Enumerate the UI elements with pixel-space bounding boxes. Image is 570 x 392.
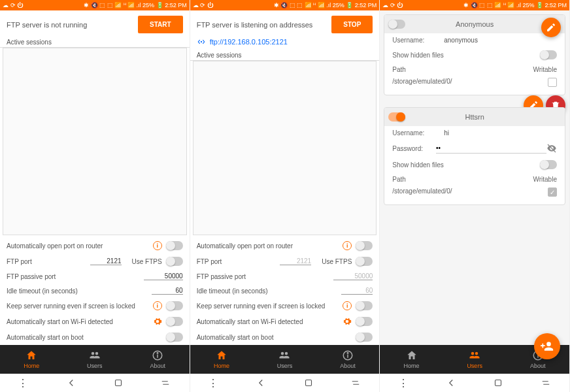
toggle-auto-boot[interactable] bbox=[166, 333, 183, 342]
home-icon bbox=[25, 350, 37, 361]
sys-recent[interactable] bbox=[159, 377, 171, 389]
add-user-button[interactable] bbox=[534, 333, 560, 359]
screen-home-stopped: ☁ ⟳ ⏻ ✱ 🔇 ⬚ ⬚ 📶 ᴴ 📶 .ıl 25% 🔋 2:52 PM FT… bbox=[0, 0, 190, 392]
nav-users[interactable]: Users bbox=[253, 345, 316, 374]
toggle-auto-port[interactable] bbox=[356, 241, 373, 250]
status-right: ✱ 🔇 ⬚ ⬚ 📶 ᴴ 📶 .ıl 25% 🔋 2:52 PM bbox=[274, 2, 377, 8]
setting-auto-wifi: Automatically start on Wi-Fi detected bbox=[190, 314, 380, 329]
active-sessions-label: Active sessions bbox=[0, 37, 190, 48]
toggle-auto-wifi[interactable] bbox=[356, 317, 373, 326]
password-input[interactable] bbox=[436, 143, 546, 154]
pencil-icon bbox=[546, 22, 556, 33]
info-icon[interactable] bbox=[153, 301, 162, 310]
nav-users[interactable]: Users bbox=[443, 345, 507, 374]
ftp-port-input[interactable] bbox=[280, 257, 311, 265]
ftp-port-input[interactable] bbox=[90, 257, 122, 265]
row-path: /storage/emulated/0/ bbox=[384, 76, 565, 91]
bottom-nav: Home Users About bbox=[190, 345, 380, 374]
users-icon bbox=[89, 350, 101, 361]
setting-idle-timeout: Idle timeout (in seconds) bbox=[0, 284, 190, 298]
toggle-auto-boot[interactable] bbox=[356, 333, 373, 342]
system-nav: ⋮ bbox=[380, 374, 569, 392]
nav-users[interactable]: Users bbox=[63, 345, 127, 374]
user-title: Httsrn bbox=[384, 113, 565, 121]
status-bar: ☁ ⟳ ⏻ ✱ 🔇 ⬚ ⬚ 📶 ᴴ 📶 .ıl 25% 🔋 2:52 PM bbox=[380, 0, 569, 10]
sys-overview[interactable]: ⋮ bbox=[18, 377, 29, 389]
path-value: /storage/emulated/0/ bbox=[392, 188, 452, 197]
server-address-row[interactable]: ftp://192.168.0.105:2121 bbox=[190, 37, 380, 50]
checkbox-writable[interactable] bbox=[548, 78, 557, 87]
idle-timeout-input[interactable] bbox=[152, 287, 183, 295]
row-path-header: Path Writable bbox=[384, 172, 565, 186]
info-icon[interactable] bbox=[153, 241, 162, 250]
checkbox-writable[interactable] bbox=[548, 188, 557, 197]
system-nav: ⋮ bbox=[0, 374, 190, 392]
nav-home[interactable]: Home bbox=[0, 345, 63, 374]
active-sessions-list bbox=[3, 48, 187, 235]
start-button[interactable]: START bbox=[138, 16, 183, 33]
nav-about[interactable]: About bbox=[126, 345, 190, 374]
settings-panel: Automatically open port on router FTP po… bbox=[190, 238, 380, 345]
toggle-auto-wifi[interactable] bbox=[166, 317, 183, 326]
edit-user-button[interactable] bbox=[541, 18, 561, 37]
toggle-ftps[interactable] bbox=[356, 257, 373, 266]
passive-port-input[interactable] bbox=[333, 272, 373, 280]
sys-back[interactable] bbox=[445, 377, 457, 389]
sys-home[interactable] bbox=[112, 377, 124, 389]
eye-off-icon[interactable] bbox=[546, 143, 557, 154]
sys-recent[interactable] bbox=[350, 377, 361, 389]
row-username: Username: anonymous bbox=[384, 33, 565, 47]
gear-icon[interactable] bbox=[343, 317, 352, 326]
svg-rect-3 bbox=[116, 380, 122, 386]
active-sessions-label: Active sessions bbox=[190, 50, 380, 61]
info-icon bbox=[342, 350, 354, 361]
info-icon[interactable] bbox=[343, 241, 352, 250]
info-icon[interactable] bbox=[343, 301, 352, 310]
toggle-hidden-files[interactable] bbox=[540, 160, 557, 169]
status-bar: ☁ ⟳ ⏻ ✱ 🔇 ⬚ ⬚ 📶 ᴴ 📶 .ıl 25% 🔋 2:52 PM bbox=[190, 0, 380, 10]
toggle-keep-running[interactable] bbox=[356, 301, 373, 310]
users-list: Anonymous Username: anonymous Show hidde… bbox=[380, 10, 569, 345]
nav-home[interactable]: Home bbox=[380, 345, 443, 374]
info-icon bbox=[152, 350, 163, 361]
sys-recent[interactable] bbox=[540, 377, 552, 389]
toggle-hidden-files[interactable] bbox=[540, 50, 557, 59]
svg-point-7 bbox=[347, 353, 348, 354]
toggle-auto-port[interactable] bbox=[166, 241, 183, 250]
home-icon bbox=[216, 350, 227, 361]
settings-panel: Automatically open port on router FTP po… bbox=[0, 238, 190, 345]
sys-back[interactable] bbox=[65, 377, 77, 389]
sys-back[interactable] bbox=[255, 377, 267, 389]
sys-overview[interactable]: ⋮ bbox=[208, 377, 220, 389]
setting-auto-boot: Automatically start on boot bbox=[0, 329, 190, 345]
status-bar: ☁ ⟳ ⏻ ✱ 🔇 ⬚ ⬚ 📶 ᴴ 📶 .ıl 25% 🔋 2:52 PM bbox=[0, 0, 190, 10]
gear-icon[interactable] bbox=[153, 317, 162, 326]
setting-passive-port: FTP passive port bbox=[0, 269, 190, 284]
setting-ftp-port: FTP port Use FTPS bbox=[0, 253, 190, 269]
system-nav: ⋮ bbox=[190, 374, 380, 392]
toggle-keep-running[interactable] bbox=[166, 301, 183, 310]
screen-home-running: ☁ ⟳ ⏻ ✱ 🔇 ⬚ ⬚ 📶 ᴴ 📶 .ıl 25% 🔋 2:52 PM FT… bbox=[190, 0, 380, 392]
sys-overview[interactable]: ⋮ bbox=[398, 377, 410, 389]
user-card-anonymous: Anonymous Username: anonymous Show hidde… bbox=[384, 14, 565, 95]
toggle-user-enabled[interactable] bbox=[388, 20, 405, 29]
row-username: Username: hi bbox=[384, 126, 565, 140]
idle-timeout-input[interactable] bbox=[341, 287, 373, 295]
setting-idle-timeout: Idle timeout (in seconds) bbox=[190, 284, 380, 298]
stop-button[interactable]: STOP bbox=[331, 16, 373, 33]
screen-users: ☁ ⟳ ⏻ ✱ 🔇 ⬚ ⬚ 📶 ᴴ 📶 .ıl 25% 🔋 2:52 PM An… bbox=[380, 0, 570, 392]
setting-auto-port: Automatically open port on router bbox=[190, 238, 380, 253]
setting-ftp-port: FTP port Use FTPS bbox=[190, 253, 380, 269]
toggle-ftps[interactable] bbox=[166, 257, 183, 266]
passive-port-input[interactable] bbox=[144, 272, 183, 280]
sys-home[interactable] bbox=[492, 377, 504, 389]
toggle-user-enabled[interactable] bbox=[388, 112, 405, 122]
row-password: Password: bbox=[384, 140, 565, 157]
status-right: ✱ 🔇 ⬚ ⬚ 📶 ᴴ 📶 .ıl 25% 🔋 2:52 PM bbox=[84, 2, 187, 8]
sys-home[interactable] bbox=[303, 377, 314, 389]
setting-keep-running: Keep server running even if screen is lo… bbox=[190, 298, 380, 314]
person-add-icon bbox=[541, 340, 554, 353]
nav-about[interactable]: About bbox=[316, 345, 380, 374]
nav-home[interactable]: Home bbox=[190, 345, 254, 374]
svg-point-4 bbox=[201, 41, 201, 42]
